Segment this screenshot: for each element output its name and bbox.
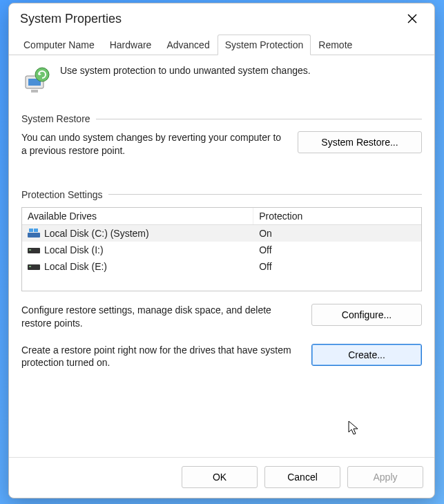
section-title-label: Protection Settings — [21, 189, 103, 200]
drive-icon — [28, 245, 40, 255]
create-button[interactable]: Create... — [311, 344, 422, 366]
divider — [108, 194, 422, 195]
tab-hardware[interactable]: Hardware — [102, 35, 160, 55]
svg-rect-7 — [29, 229, 33, 232]
apply-button: Apply — [347, 466, 423, 488]
drive-name: Local Disk (I:) — [44, 244, 104, 255]
window-title: System Properties — [20, 12, 122, 26]
tab-computer-name[interactable]: Computer Name — [16, 35, 102, 55]
svg-rect-4 — [31, 90, 38, 93]
dialog-footer: OK Cancel Apply — [9, 457, 434, 498]
tab-remote[interactable]: Remote — [311, 35, 360, 55]
restore-row: You can undo system changes by reverting… — [21, 131, 422, 157]
section-title-label: System Restore — [21, 113, 90, 124]
drive-name: Local Disk (E:) — [44, 261, 107, 272]
table-row[interactable]: Local Disk (I:) Off — [22, 242, 421, 258]
table-row[interactable]: Local Disk (C:) (System) On — [22, 225, 421, 242]
tab-content: Use system protection to undo unwanted s… — [9, 55, 434, 457]
tab-system-protection[interactable]: System Protection — [218, 35, 311, 55]
create-row: Create a restore point right now for the… — [21, 344, 422, 370]
svg-rect-6 — [28, 233, 40, 238]
configure-row: Configure restore settings, manage disk … — [21, 304, 422, 330]
drive-name: Local Disk (C:) (System) — [44, 228, 149, 239]
tab-advanced[interactable]: Advanced — [159, 35, 217, 55]
configure-description: Configure restore settings, manage disk … — [21, 304, 302, 330]
table-row[interactable]: Local Disk (E:) Off — [22, 258, 421, 275]
col-header-drives[interactable]: Available Drives — [22, 208, 253, 224]
ok-button[interactable]: OK — [182, 466, 258, 488]
system-protection-icon — [21, 65, 52, 95]
section-protection-settings: Protection Settings — [21, 189, 422, 200]
drive-protection: Off — [253, 243, 421, 257]
intro-text: Use system protection to undo unwanted s… — [60, 65, 311, 76]
system-properties-dialog: System Properties Computer Name Hardware… — [8, 3, 435, 498]
create-description: Create a restore point right now for the… — [21, 344, 302, 370]
drives-table: Available Drives Protection Local Disk (… — [21, 207, 422, 291]
close-icon — [407, 14, 417, 23]
divider — [96, 119, 422, 119]
titlebar: System Properties — [9, 3, 434, 31]
configure-button[interactable]: Configure... — [311, 304, 422, 326]
system-restore-button[interactable]: System Restore... — [298, 131, 422, 153]
close-button[interactable] — [401, 8, 423, 30]
drive-protection: Off — [253, 260, 421, 273]
intro-row: Use system protection to undo unwanted s… — [21, 65, 422, 95]
drive-protection: On — [253, 226, 421, 240]
cancel-button[interactable]: Cancel — [264, 466, 340, 488]
drive-icon — [28, 262, 40, 271]
drive-system-icon — [28, 229, 40, 238]
table-header: Available Drives Protection — [22, 208, 421, 225]
col-header-protection[interactable]: Protection — [253, 208, 421, 224]
svg-rect-10 — [29, 249, 31, 251]
section-system-restore: System Restore — [21, 113, 422, 124]
svg-rect-8 — [34, 229, 38, 232]
svg-rect-12 — [29, 266, 31, 267]
restore-description: You can undo system changes by reverting… — [21, 131, 288, 157]
svg-point-5 — [35, 68, 49, 81]
tab-strip: Computer Name Hardware Advanced System P… — [9, 34, 434, 55]
